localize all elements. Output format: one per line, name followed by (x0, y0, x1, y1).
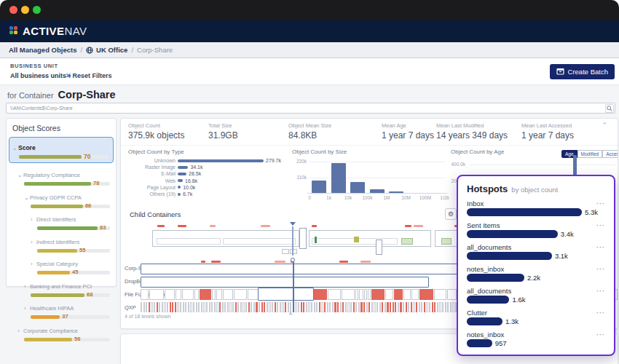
chevron-down-icon[interactable]: ⌄ (24, 194, 30, 201)
qxp-cell (452, 302, 454, 312)
chevron-right-icon[interactable]: › (24, 283, 30, 290)
stat-object-mean-size: Object Mean Size84.8KB (288, 122, 331, 141)
reset-filters-button[interactable]: ✕Reset Filters (66, 72, 112, 79)
cursor-marker-icon[interactable] (290, 222, 296, 226)
chevron-right-icon[interactable]: › (31, 216, 36, 223)
stat-object-count: Object Count375.9k objects (128, 122, 184, 141)
score-node-corporate-compliance[interactable]: ›Corporate Compliance56 (11, 323, 111, 341)
globe-icon (86, 47, 93, 54)
type-bar (178, 166, 188, 169)
object-scores-title: Object Scores (12, 124, 116, 132)
hotspot-bar[interactable] (467, 317, 502, 325)
hotspot-bar[interactable] (467, 230, 558, 238)
zoom-window-icon[interactable] (33, 6, 41, 14)
gridline (309, 162, 446, 162)
activenav-logo-icon[interactable] (9, 26, 18, 36)
ellipsis-menu-icon[interactable]: ··· (596, 266, 605, 273)
create-batch-button[interactable]: Create Batch (550, 64, 615, 79)
close-window-icon[interactable] (9, 6, 17, 14)
score-node-score[interactable]: ⌄Score70 (9, 137, 114, 163)
qxp-cell (209, 302, 210, 312)
chevron-right-icon[interactable]: › (31, 239, 36, 245)
ffs-cell (419, 289, 433, 300)
band-thumb[interactable] (282, 249, 289, 254)
band-handle[interactable] (376, 240, 382, 255)
ellipsis-menu-icon[interactable]: ··· (596, 222, 605, 229)
hotspot-bar[interactable] (467, 339, 492, 347)
band-thumb[interactable] (290, 249, 297, 254)
gear-icon[interactable]: ⚙ (445, 208, 457, 220)
hotspot-item-notes-inbox[interactable]: notes_inbox···2.2k (467, 265, 605, 282)
ffs-highlight-rect[interactable] (258, 288, 314, 301)
hotspot-value: 957 (495, 339, 507, 347)
score-bar-track: 70 (19, 155, 109, 159)
score-node-direct-identifiers[interactable]: ›Direct Identifiers83 (11, 211, 111, 230)
qxp-cell (355, 302, 357, 312)
qxp-cell (379, 302, 381, 312)
hotspot-bar[interactable] (467, 296, 509, 304)
ellipsis-menu-icon[interactable]: ··· (596, 309, 605, 317)
score-label: Regulatory Compliance (23, 172, 80, 178)
hotspot-bar[interactable] (467, 208, 582, 216)
qxp-cell (190, 302, 192, 312)
score-node-regulatory-compliance[interactable]: ⌄Regulatory Compliance78 (11, 167, 111, 186)
ellipsis-menu-icon[interactable]: ··· (596, 288, 605, 295)
ffs-cell (342, 289, 355, 300)
level-rect-dropbox-replication[interactable] (141, 277, 429, 288)
type-bar-label: Page Layout (127, 185, 178, 190)
band-handle[interactable] (299, 228, 307, 249)
type-bar-label: Unknown (127, 158, 178, 163)
cursor-bottom-marker-icon[interactable]: ▵ (289, 309, 292, 316)
chevron-right-icon[interactable]: › (24, 305, 30, 312)
size-x-tick: 10k (340, 195, 356, 200)
score-node-banking-and-finance-pci[interactable]: ›Banking and Finance PCI68 (11, 278, 111, 297)
qxp-cell (201, 302, 202, 312)
business-unit-selector[interactable]: All business units ▾ (10, 72, 71, 79)
ffs-cell (176, 289, 182, 300)
timeline-cursor[interactable] (293, 259, 294, 312)
score-bar-track: 83 (37, 226, 110, 230)
hotspot-bar[interactable] (467, 274, 524, 282)
stat-label: Mean Last Accessed (521, 122, 574, 129)
minimize-window-icon[interactable] (21, 6, 29, 14)
score-node-indirect-identifiers[interactable]: ›Indirect Identifiers55 (11, 234, 111, 253)
qxp-cell (256, 302, 257, 312)
hotspot-item-sent-items[interactable]: Sent Items···3.4k (467, 221, 605, 238)
hotspot-item-inbox[interactable]: Inbox···5.3k (467, 199, 605, 216)
qxp-cell (275, 302, 276, 312)
stat-mean-age: Mean Age1 year 7 days (382, 122, 434, 141)
hotspot-item-clutter[interactable]: Clutter···1.3k (467, 309, 605, 325)
score-bar-track: 45 (37, 271, 110, 274)
chevron-down-icon[interactable]: ⌄ (12, 145, 18, 151)
hotspot-item-all-documents[interactable]: all_documents···1.6k (467, 287, 605, 304)
score-node-healthcare-hipaa[interactable]: ›Healthcare HIPAA37 (11, 300, 111, 319)
collapse-stats-icon[interactable]: ⌃ (602, 122, 607, 129)
chevron-right-icon[interactable]: › (17, 328, 23, 334)
hotspot-item-all-documents[interactable]: all_documents···3.1k (467, 243, 605, 260)
path-search-icon[interactable] (605, 104, 614, 113)
create-batch-label: Create Batch (568, 68, 608, 76)
ellipsis-menu-icon[interactable]: ··· (596, 200, 605, 207)
score-node-special-category[interactable]: ›Special Category45 (11, 256, 111, 274)
hotspot-item-notes-inbox[interactable]: notes_inbox···957 (467, 331, 605, 347)
container-path-input[interactable] (6, 103, 615, 114)
container-rect (157, 238, 221, 245)
ffs-cell (364, 289, 368, 300)
ellipsis-menu-icon[interactable]: ··· (596, 244, 605, 251)
type-bar-row: E-Mail28.5k (127, 170, 287, 177)
hotspot-bar[interactable] (467, 252, 552, 260)
qxp-cell (450, 302, 452, 312)
breadcrumb-all-managed-objects[interactable]: All Managed Objects (9, 46, 76, 54)
qxp-cell (269, 302, 270, 312)
ellipsis-menu-icon[interactable]: ··· (596, 331, 605, 339)
score-bar-track: 37 (31, 315, 110, 319)
chevron-down-icon[interactable]: ⌄ (17, 172, 23, 178)
chevron-right-icon[interactable]: › (31, 261, 36, 267)
score-node-privacy-gdpr-ccpa[interactable]: ⌄Privacy GDPR CCPA66 (11, 189, 111, 208)
qxp-cell (329, 302, 331, 312)
qxp-cell (314, 302, 315, 312)
score-bar-fill (37, 271, 70, 274)
breadcrumb-uk-office[interactable]: UK Office (96, 46, 127, 54)
qxp-cell (371, 302, 373, 312)
ffs-cell (394, 289, 403, 300)
